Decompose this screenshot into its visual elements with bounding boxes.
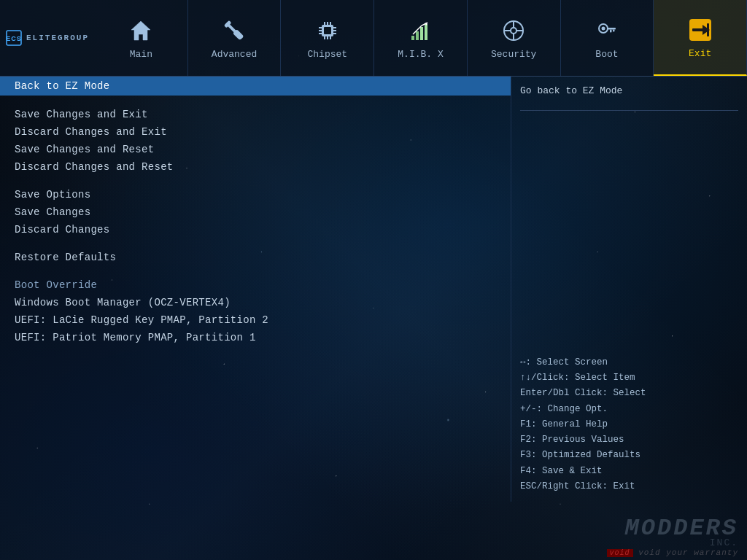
- menu-item-discard-exit[interactable]: Discard Changes and Exit: [0, 123, 511, 141]
- svg-rect-10: [319, 33, 322, 34]
- menu-item-back-ez[interactable]: Back to EZ Mode: [0, 77, 511, 96]
- menu-item-discard-reset[interactable]: Discard Changes and Reset: [0, 158, 511, 176]
- menu-item-save-changes[interactable]: Save Changes: [0, 203, 511, 221]
- tab-chipset-label: Chipset: [307, 49, 347, 60]
- help-section: ↔: Select Screen ↑↓/Click: Select Item E…: [520, 355, 738, 494]
- svg-rect-9: [319, 30, 322, 31]
- svg-rect-17: [324, 36, 325, 39]
- help-select-item: ↑↓/Click: Select Item: [520, 370, 738, 386]
- svg-rect-8: [319, 27, 322, 28]
- svg-rect-23: [425, 24, 427, 40]
- top-bar: ECS ELITEGROUP Main: [0, 0, 747, 77]
- spacer-3: [0, 238, 511, 249]
- svg-rect-12: [333, 30, 336, 31]
- spacer-4: [0, 266, 511, 276]
- menu-item-discard-changes[interactable]: Discard Changes: [0, 221, 511, 238]
- main-content: Back to EZ Mode Save Changes and Exit Di…: [0, 77, 747, 502]
- help-select-screen: ↔: Select Screen: [520, 355, 738, 370]
- menu-item-save-reset[interactable]: Save Changes and Reset: [0, 141, 511, 158]
- tab-mibx[interactable]: M.I.B. X: [374, 0, 468, 76]
- exit-icon: [686, 16, 714, 44]
- nav-tabs: Main Advanced: [95, 0, 747, 76]
- help-esc: ESC/Right Click: Exit: [520, 479, 738, 494]
- svg-rect-15: [327, 22, 328, 25]
- svg-rect-18: [327, 36, 328, 39]
- left-panel: Back to EZ Mode Save Changes and Exit Di…: [0, 77, 511, 502]
- boot-icon: [593, 17, 621, 44]
- chip-icon: [314, 17, 341, 44]
- help-f2: F2: Previous Values: [520, 432, 738, 448]
- svg-rect-34: [613, 29, 615, 31]
- tab-exit[interactable]: Exit: [654, 0, 747, 76]
- svg-rect-37: [692, 28, 704, 31]
- menu-item-restore-defaults[interactable]: Restore Defaults: [0, 249, 511, 266]
- tab-main[interactable]: Main: [95, 0, 188, 76]
- tab-main-label: Main: [130, 49, 152, 60]
- brand-logo: ECS ELITEGROUP: [6, 30, 89, 46]
- tab-advanced[interactable]: Advanced: [188, 0, 282, 76]
- menu-item-save-exit[interactable]: Save Changes and Exit: [0, 106, 511, 123]
- svg-point-32: [601, 26, 605, 30]
- logo-area: ECS ELITEGROUP: [0, 0, 95, 76]
- menu-item-windows-boot[interactable]: Windows Boot Manager (OCZ-VERTEX4): [0, 294, 511, 311]
- help-f4: F4: Save & Exit: [520, 464, 738, 479]
- spacer-2: [0, 176, 511, 186]
- security-icon: [500, 17, 527, 44]
- menu-item-uefi-lacie[interactable]: UEFI: LaCie Rugged Key PMAP, Partition 2: [0, 311, 511, 329]
- right-panel: Go back to EZ Mode ↔: Select Screen ↑↓/C…: [511, 77, 747, 502]
- tab-mibx-label: M.I.B. X: [398, 49, 443, 60]
- svg-rect-13: [333, 33, 336, 34]
- svg-marker-2: [131, 21, 150, 40]
- help-f1: F1: General Help: [520, 417, 738, 432]
- void-warranty-text: void void your warranty: [607, 548, 738, 557]
- svg-rect-33: [607, 28, 616, 30]
- svg-rect-7: [324, 27, 331, 34]
- help-change-opt: +/-: Change Opt.: [520, 402, 738, 417]
- svg-point-26: [511, 28, 516, 34]
- svg-rect-19: [330, 36, 331, 39]
- svg-text:ECS: ECS: [6, 35, 22, 42]
- tab-exit-label: Exit: [689, 48, 711, 59]
- home-icon: [127, 17, 155, 44]
- tab-boot-label: Boot: [595, 49, 618, 60]
- tab-security[interactable]: Security: [468, 0, 561, 76]
- svg-rect-21: [416, 31, 419, 40]
- wrench-icon: [220, 17, 248, 44]
- tab-boot[interactable]: Boot: [561, 0, 654, 76]
- info-divider: [520, 110, 738, 111]
- svg-rect-14: [324, 22, 325, 25]
- svg-rect-39: [707, 23, 709, 36]
- svg-rect-16: [330, 22, 331, 25]
- svg-rect-35: [610, 29, 612, 32]
- bottom-bar: MODDERS INC. void void your warranty: [0, 502, 747, 560]
- help-f3: F3: Optimized Defaults: [520, 448, 738, 463]
- svg-rect-20: [411, 36, 414, 40]
- svg-rect-11: [333, 27, 336, 28]
- modders-inc-text: INC.: [710, 537, 738, 548]
- tab-security-label: Security: [491, 49, 536, 60]
- tab-chipset[interactable]: Chipset: [281, 0, 374, 76]
- menu-item-uefi-patriot[interactable]: UEFI: Patriot Memory PMAP, Partition 1: [0, 329, 511, 346]
- menu-item-boot-override: Boot Override: [0, 276, 511, 294]
- chart-icon: [407, 17, 435, 44]
- modders-watermark: MODDERS INC. void void your warranty: [607, 517, 738, 557]
- brand-name: ELITEGROUP: [26, 34, 89, 42]
- svg-rect-22: [420, 27, 423, 40]
- menu-item-save-options[interactable]: Save Options: [0, 186, 511, 203]
- tab-advanced-label: Advanced: [212, 49, 257, 60]
- help-enter: Enter/Dbl Click: Select: [520, 386, 738, 401]
- ecs-logo-icon: ECS: [6, 30, 22, 46]
- info-description: Go back to EZ Mode: [520, 84, 738, 98]
- spacer-1: [0, 96, 511, 106]
